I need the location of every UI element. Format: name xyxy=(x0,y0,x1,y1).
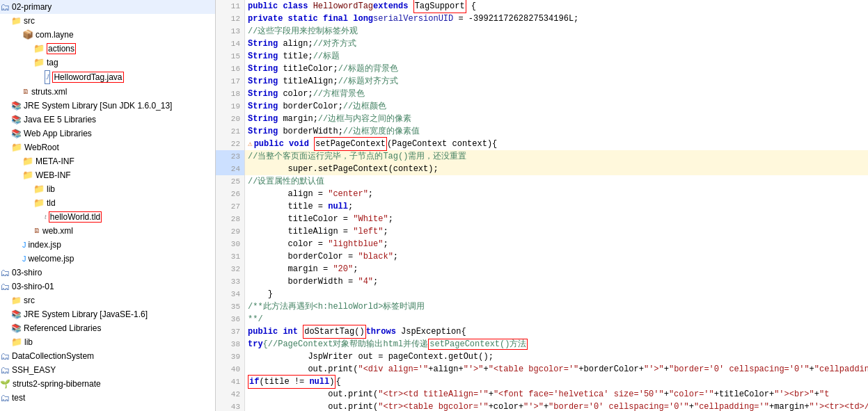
tree-item-actions[interactable]: 📁actions xyxy=(0,42,215,56)
code-line-24: super.setPageContext(context); xyxy=(245,163,868,175)
tree-item-src[interactable]: 📁src xyxy=(0,14,215,28)
tree-item-WEB-INF[interactable]: 📁WEB-INF xyxy=(0,168,215,182)
code-line-18: String color;//方框背景色 xyxy=(245,88,868,100)
tree-item-WebRoot[interactable]: 📁WebRoot xyxy=(0,140,215,154)
tree-item-welcome.jsp[interactable]: Jwelcome.jsp xyxy=(0,252,215,266)
tree-item-03-shiro[interactable]: 🗂03-shiro xyxy=(0,266,215,280)
tree-item-03-shiro-01[interactable]: 🗂03-shiro-01 xyxy=(0,280,215,293)
line-num-11: 11 xyxy=(216,0,244,13)
tree-label: 03-shiro-01 xyxy=(12,280,54,293)
tree-item-struts.xml[interactable]: 🗎struts.xml xyxy=(0,85,215,99)
line-num-38: 38 xyxy=(216,338,244,350)
tree-label: 02-primary xyxy=(12,1,52,13)
tree-item-SSH_EASY[interactable]: 🗂SSH_EASY xyxy=(0,363,215,377)
tree-item-tag[interactable]: 📁tag xyxy=(0,56,215,70)
line-num-23: 23 xyxy=(216,150,244,163)
line-num-20: 20 xyxy=(216,113,244,125)
tree-item-helloWorld.tld[interactable]: thelloWorld.tld xyxy=(0,210,215,224)
tree-item-com.layne[interactable]: 📦com.layne xyxy=(0,28,215,42)
tree-label: tld xyxy=(47,197,56,209)
tree-label: helloWorld.tld xyxy=(49,211,102,223)
file-tree[interactable]: 🗂02-primary📁src📦com.layne📁actions📁tagJHe… xyxy=(0,0,216,411)
tree-item-DataCollectionSystem[interactable]: 🗂DataCollectionSystem xyxy=(0,349,215,363)
tree-item-HellowordTag.java[interactable]: JHellowordTag.java xyxy=(0,70,215,85)
highlight-label: actions xyxy=(47,43,76,54)
tree-item-index.jsp[interactable]: Jindex.jsp xyxy=(0,238,215,252)
code-line-16: String titleColor;//标题的背景色 xyxy=(245,63,868,75)
code-line-25: //设置属性的默认值 xyxy=(245,175,868,188)
code-line-42: out.print("<tr><td titleAlign='"+"<font … xyxy=(245,388,868,401)
code-lines: public class HellowordTag extends TagSup… xyxy=(245,0,868,411)
tree-label: src xyxy=(24,294,35,307)
tree-item-web.xml[interactable]: 🗎web.xml xyxy=(0,224,215,238)
line-num-18: 18 xyxy=(216,88,244,100)
tree-item-test[interactable]: 🗂test xyxy=(0,391,215,405)
tree-label: SSH_EASY xyxy=(12,364,56,376)
tree-item-JRE System Library[interactable]: 📚JRE System Library [Sun JDK 1.6.0_13] xyxy=(0,99,215,113)
code-editor[interactable]: 1112131415161718192021222324252627282930… xyxy=(216,0,868,411)
line-num-13: 13 xyxy=(216,25,244,38)
code-line-43: out.print("<tr><table bgcolor='"+color+"… xyxy=(245,401,868,411)
code-line-41: if(title != null){ xyxy=(245,376,868,388)
tree-label: Referenced Libraries xyxy=(24,322,101,335)
code-line-37: public int doStartTag() throws JspExcept… xyxy=(245,325,868,338)
line-num-22: 22 xyxy=(216,138,244,150)
tree-item-JRE System Library2[interactable]: 📚JRE System Library [JavaSE-1.6] xyxy=(0,307,215,321)
tree-label: JRE System Library [Sun JDK 1.6.0_13] xyxy=(24,99,172,112)
line-num-41: 41 xyxy=(216,376,244,388)
tree-item-Java EE 5 Libraries[interactable]: 📚Java EE 5 Libraries xyxy=(0,113,215,127)
tree-label: JRE System Library [JavaSE-1.6] xyxy=(24,308,148,321)
line-num-36: 36 xyxy=(216,313,244,325)
line-numbers: 1112131415161718192021222324252627282930… xyxy=(216,0,245,411)
code-line-14: String align;//对齐方式 xyxy=(245,38,868,50)
tree-label: tag xyxy=(47,56,58,69)
line-num-16: 16 xyxy=(216,63,244,75)
code-line-36: **/ xyxy=(245,313,868,325)
line-num-24: 24 xyxy=(216,163,244,175)
tree-label: META-INF xyxy=(35,155,74,168)
code-line-30: color = "lightblue"; xyxy=(245,238,868,250)
tree-item-struts2-spring-bibernate[interactable]: 🌱struts2-spring-bibernate xyxy=(0,377,215,391)
code-line-40: out.print("<div align='"+align+"'>"+"<ta… xyxy=(245,363,868,376)
tree-item-Referenced Libraries[interactable]: 📚Referenced Libraries xyxy=(0,321,215,335)
line-num-19: 19 xyxy=(216,100,244,113)
highlight-setpagecontext: setPageContext xyxy=(314,137,387,151)
tree-label: src xyxy=(24,15,35,27)
code-line-13: //这些字段用来控制标签外观 xyxy=(245,25,868,38)
tree-item-META-INF[interactable]: 📁META-INF xyxy=(0,154,215,168)
tree-label: web.xml xyxy=(42,225,73,237)
line-num-32: 32 xyxy=(216,263,244,275)
code-line-34: } xyxy=(245,288,868,300)
line-num-43: 43 xyxy=(216,401,244,411)
code-line-39: JspWriter out = pageContext.getOut(); xyxy=(245,350,868,363)
line-num-37: 37 xyxy=(216,325,244,338)
code-area: 1112131415161718192021222324252627282930… xyxy=(216,0,868,411)
code-line-33: borderWidth = "4"; xyxy=(245,275,868,288)
tree-item-lib[interactable]: 📁lib xyxy=(0,182,215,196)
tree-label: Web App Libraries xyxy=(24,127,92,140)
tree-item-tld[interactable]: 📁tld xyxy=(0,196,215,210)
code-line-29: titleAlign = "left"; xyxy=(245,225,868,238)
tree-item-Web App Libraries[interactable]: 📚Web App Libraries xyxy=(0,127,215,140)
tree-item-lib2[interactable]: 📁lib xyxy=(0,335,215,349)
highlight-tagsupport: TagSupport xyxy=(413,0,466,13)
tree-item-02-primary[interactable]: 🗂02-primary xyxy=(0,0,215,14)
line-num-12: 12 xyxy=(216,13,244,25)
highlight-label: HellowordTag.java xyxy=(52,72,123,83)
tree-item-src2[interactable]: 📁src xyxy=(0,293,215,307)
code-line-31: borderColor = "black"; xyxy=(245,250,868,263)
code-line-20: String margin;//边框与内容之间的像素 xyxy=(245,113,868,125)
line-num-40: 40 xyxy=(216,363,244,376)
line-num-14: 14 xyxy=(216,38,244,50)
tree-label: WebRoot xyxy=(24,141,59,154)
line-num-28: 28 xyxy=(216,213,244,225)
code-line-17: String titleAlign;//标题对齐方式 xyxy=(245,75,868,88)
line-num-29: 29 xyxy=(216,225,244,238)
code-line-38: try{//PageContext对象帮助输出html并传递setPageCon… xyxy=(245,338,868,350)
tree-label: Java EE 5 Libraries xyxy=(24,113,96,126)
code-line-22: ⚠ public void setPageContext(PageContext… xyxy=(245,138,868,150)
line-num-15: 15 xyxy=(216,50,244,63)
code-line-26: align = "center"; xyxy=(245,188,868,200)
tree-label: actions xyxy=(47,42,76,55)
code-line-15: String title;//标题 xyxy=(245,50,868,63)
